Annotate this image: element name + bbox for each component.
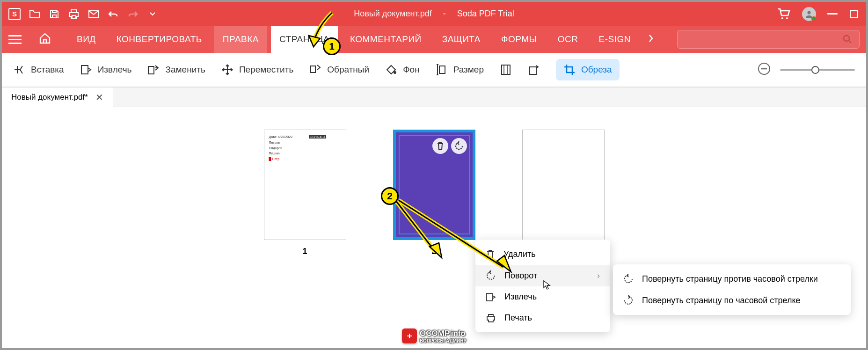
zoom-controls (758, 62, 855, 77)
title-bar: S Новый документ.pdf - Soda PDF Trial (2, 2, 866, 26)
page-toolbar: Вставка Извлечь Заменить Переместить Обр… (2, 53, 866, 88)
submenu-arrow-icon: › (597, 271, 600, 281)
ribbon-tabs: ВИД КОНВЕРТИРОВАТЬ ПРАВКА СТРАНИЦА КОММЕ… (2, 26, 866, 53)
reverse-button[interactable]: Обратный (309, 64, 369, 76)
user-account-icon[interactable] (802, 7, 817, 22)
size-button[interactable]: Размер (436, 64, 484, 76)
svg-rect-14 (487, 293, 492, 301)
tab-convert[interactable]: КОНВЕРТИРОВАТЬ (108, 26, 211, 53)
replace-button[interactable]: Заменить (147, 64, 205, 76)
tab-view[interactable]: ВИД (68, 26, 104, 53)
svg-rect-4 (850, 10, 858, 18)
delete-page-icon[interactable] (432, 138, 448, 154)
annotation-callout-2: 2 (381, 187, 399, 205)
mouse-cursor-icon (543, 280, 551, 290)
undo-icon[interactable] (108, 8, 119, 20)
top-right-controls (776, 7, 860, 22)
cart-icon[interactable] (776, 7, 791, 22)
tab-edit[interactable]: ПРАВКА (214, 26, 267, 53)
submenu-rotate-ccw[interactable]: Повернуть страницу против часовой стрелк… (613, 268, 851, 290)
insert-button[interactable]: Вставка (13, 64, 64, 76)
rotate-submenu: Повернуть страницу против часовой стрелк… (613, 264, 851, 315)
hamburger-menu[interactable] (8, 35, 22, 44)
svg-point-3 (808, 11, 811, 14)
tab-ocr[interactable]: OCR (549, 26, 587, 53)
svg-rect-11 (502, 65, 510, 74)
watermark-badge-icon: + (402, 328, 417, 343)
tab-esign[interactable]: E-SIGN (591, 26, 639, 53)
svg-rect-10 (439, 66, 445, 73)
document-tabs: Новый документ.pdf* ✕ (2, 88, 866, 107)
submenu-rotate-cw[interactable]: Повернуть страницу по часовой стрелке (613, 290, 851, 311)
app-logo[interactable]: S (8, 8, 21, 20)
extract-button[interactable]: Извлечь (80, 64, 132, 76)
margins-button[interactable] (500, 64, 512, 76)
svg-rect-8 (311, 66, 315, 73)
svg-rect-7 (148, 66, 154, 74)
svg-rect-6 (81, 66, 88, 74)
watermark: + OCOMP.infoВОПРОСЫ АДМИНУ (402, 328, 467, 343)
dropdown-icon[interactable] (147, 8, 158, 20)
page-thumbnail-1[interactable]: Дата: 4/20/2022 ОБРАЗЕЦПетровСидоровПушк… (264, 130, 346, 256)
svg-rect-12 (530, 67, 536, 74)
zoom-slider[interactable] (780, 69, 855, 71)
svg-point-2 (786, 17, 788, 19)
rotate-page-icon[interactable] (451, 138, 467, 154)
doc-name: Новый документ.pdf (354, 9, 432, 19)
rotate-page-button[interactable] (528, 64, 540, 76)
annotation-callout-1: 1 (323, 37, 341, 55)
background-button[interactable]: Фон (385, 64, 420, 76)
crop-button[interactable]: Обреза (556, 59, 620, 80)
save-icon[interactable] (49, 8, 60, 20)
mail-icon[interactable] (88, 8, 99, 20)
move-button[interactable]: Переместить (221, 64, 293, 76)
page-number: 1 (302, 247, 307, 256)
quick-access: S (8, 8, 158, 20)
page-thumbnail-3[interactable] (522, 130, 605, 240)
print-icon[interactable] (68, 8, 80, 20)
search-icon (842, 34, 853, 44)
app-name: Soda PDF Trial (457, 9, 514, 19)
open-icon[interactable] (29, 8, 40, 20)
svg-point-5 (844, 36, 849, 41)
svg-point-9 (394, 71, 396, 74)
svg-point-1 (781, 17, 783, 19)
document-tab[interactable]: Новый документ.pdf* ✕ (2, 88, 113, 107)
tabs-overflow-icon[interactable] (648, 33, 654, 45)
minimize-button[interactable] (827, 8, 838, 20)
tab-protect[interactable]: ЗАЩИТА (434, 26, 489, 53)
tab-comment[interactable]: КОММЕНТАРИЙ (342, 26, 430, 53)
home-icon[interactable] (38, 32, 51, 46)
tab-forms[interactable]: ФОРМЫ (493, 26, 546, 53)
annotation-arrow (395, 195, 517, 279)
close-tab-icon[interactable]: ✕ (95, 92, 103, 103)
window-title: Новый документ.pdf - Soda PDF Trial (354, 9, 514, 19)
menu-print[interactable]: Печать (475, 307, 610, 328)
maximize-button[interactable] (848, 8, 860, 20)
redo-icon[interactable] (127, 8, 139, 20)
search-input[interactable] (677, 30, 860, 49)
zoom-out-button[interactable] (758, 62, 771, 77)
